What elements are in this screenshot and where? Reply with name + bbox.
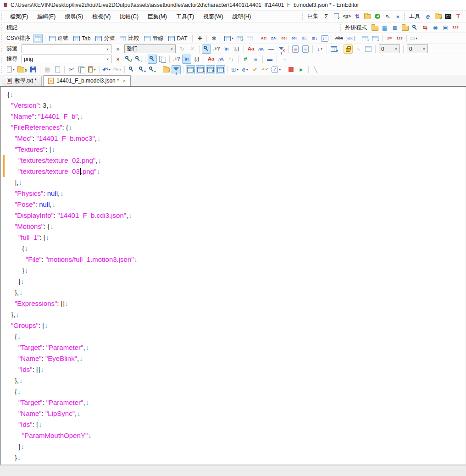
filter-mode-select[interactable]: 整行 ∨	[124, 44, 176, 53]
plugin-projects-icon[interactable]: +	[400, 23, 410, 32]
quick-macros-icon[interactable]: ✔✔	[261, 65, 270, 74]
search-input[interactable]: png ∨	[22, 55, 111, 63]
menu-view[interactable]: 檢視(V)	[88, 11, 115, 22]
plugin-outline-icon[interactable]: ≣	[390, 23, 399, 32]
delete-duplicates-icon[interactable]: Abc	[334, 34, 344, 43]
plugin-webpreview-icon[interactable]: ◉	[431, 23, 440, 32]
cmd-icon[interactable]: C:\	[444, 12, 453, 21]
column-filter-icon[interactable]: ▾	[329, 44, 338, 54]
folder-export-icon[interactable]: ↗	[433, 12, 443, 21]
menu-tools[interactable]: 工具(T)	[172, 11, 199, 22]
menu-help[interactable]: 說明(H)	[228, 11, 256, 22]
extract-columns-icon[interactable]	[364, 44, 373, 54]
tab-model3-json[interactable]: 014401_F_b.model3.json *×	[43, 75, 131, 86]
extract-lines-icon[interactable]: ≡	[251, 55, 260, 64]
incremental-search-icon[interactable]	[148, 55, 157, 64]
zoom-out-icon[interactable]	[127, 65, 136, 74]
menu-window[interactable]: 視窗(W)	[199, 11, 227, 22]
jump-icon[interactable]: →	[279, 55, 288, 64]
macro-select-icon[interactable]: ⇖	[383, 12, 392, 21]
search-regex-icon[interactable]: .+?	[172, 55, 181, 64]
filter-bracket-icon[interactable]: [.]	[232, 44, 241, 54]
combine-columns-icon[interactable]: +	[361, 34, 370, 43]
plugin-markers-icon[interactable]: ⇆	[421, 23, 430, 32]
combo-dropdown-icon[interactable]: ∨	[393, 47, 399, 51]
run-macro-icon[interactable]: ►	[297, 65, 306, 74]
macro-sum-icon[interactable]: Σ	[322, 12, 331, 21]
find-folder-icon[interactable]: ◌	[161, 65, 171, 74]
outline-icon[interactable]: ⊞▾	[230, 65, 239, 74]
sort-asc-icon[interactable]: AZ↓	[260, 34, 269, 43]
csv-pipe-button[interactable]: 管線	[143, 34, 166, 43]
undo-icon[interactable]: ↶▾	[102, 65, 111, 74]
plugin-documents-icon[interactable]: ▣	[441, 23, 450, 32]
plugin-search-icon[interactable]	[411, 23, 420, 32]
find-prev-icon[interactable]: ↺	[123, 55, 133, 64]
quick-macro-icon[interactable]: ✔	[250, 65, 260, 74]
pin-icon[interactable]: ╲	[311, 65, 320, 74]
csv-tab-button[interactable]: Tab	[72, 34, 93, 43]
numbering-icon[interactable]: 1=	[385, 34, 394, 43]
filter-input[interactable]: ∨	[22, 44, 111, 53]
menu-compare[interactable]: 比較(C)	[115, 11, 143, 22]
measure-icon[interactable]: 123	[395, 34, 404, 43]
unfiltered-lines-icon[interactable]: ≡	[301, 44, 310, 54]
hammer-icon[interactable]: T	[454, 12, 463, 21]
ie-icon[interactable]: e	[423, 12, 433, 21]
filter-clear-icon[interactable]: ✕	[188, 44, 197, 54]
lines-below-select[interactable]: 0 ∨	[407, 44, 428, 53]
save-icon[interactable]	[28, 65, 38, 74]
csv-preview-icon[interactable]: ◌	[216, 65, 225, 74]
search-case-icon[interactable]: Aa	[206, 55, 216, 64]
cut-icon[interactable]: ✂	[67, 65, 76, 74]
more-buttons-icon[interactable]: »	[393, 12, 402, 21]
reverse-order-icon[interactable]: ↓↑	[320, 34, 329, 43]
search-more-icon[interactable]: »	[113, 55, 122, 64]
checklist-icon[interactable]: ✓▾	[271, 65, 282, 74]
open-file-icon[interactable]: ↗▾	[17, 65, 28, 74]
filter-regex-icon[interactable]: .+?	[212, 44, 221, 54]
lines-above-select[interactable]: 0 ∨	[379, 44, 400, 53]
csv-semicolon-button[interactable]: 分號	[94, 34, 117, 43]
filter-escape-icon[interactable]: \n	[222, 44, 231, 54]
select-mode-icon[interactable]: ⇖	[354, 44, 363, 54]
paste-icon[interactable]: ▾	[87, 65, 97, 74]
search-word-icon[interactable]: .w.	[216, 55, 226, 64]
filter-more-icon[interactable]: »	[113, 44, 122, 54]
sort-num-asc-icon[interactable]: 09↓	[280, 34, 289, 43]
heading-row-icon[interactable]: ▭▾	[409, 34, 418, 43]
macro-sort-icon[interactable]: ⇅	[353, 12, 362, 21]
filter-word-icon[interactable]: .w.	[256, 44, 266, 54]
tab-tutorial[interactable]: 教學.txt *	[2, 76, 42, 86]
filter-toggle-icon[interactable]	[172, 65, 181, 74]
encoding-icon[interactable]: e▾	[240, 65, 250, 74]
csv-lines-icon[interactable]: ≡	[186, 65, 195, 74]
csv-dat-button[interactable]: DAT	[167, 34, 190, 43]
csv-comma-button[interactable]: 逗號	[48, 34, 71, 43]
search-bracket-icon[interactable]: [.]	[192, 55, 201, 64]
filter-refresh-icon[interactable]: ↻	[178, 44, 187, 54]
combo-dropdown-icon[interactable]: ∨	[421, 47, 427, 51]
filter-match-icon[interactable]	[202, 44, 211, 54]
sort-length-asc-icon[interactable]: ≡↓	[300, 34, 309, 43]
csv-reload-icon[interactable]: ↻	[206, 65, 215, 74]
macro-tag-icon[interactable]: <p>	[342, 12, 352, 21]
copy-icon[interactable]	[77, 65, 86, 74]
menu-search[interactable]: 搜尋(S)	[60, 11, 88, 22]
plugin-numbering-icon[interactable]: 123	[451, 23, 460, 32]
find-in-files-icon[interactable]	[158, 55, 167, 64]
combo-dropdown-icon[interactable]: ∨	[104, 47, 111, 51]
menu-edit[interactable]: 編輯(E)	[33, 11, 60, 22]
redo-icon[interactable]: ↷▾	[112, 65, 122, 74]
count-matches-icon[interactable]: #	[241, 55, 250, 64]
zoom-reset-icon[interactable]: ●	[147, 65, 156, 74]
move-column-icon[interactable]: ✚	[195, 34, 204, 43]
dash-icon[interactable]: —	[266, 44, 276, 54]
sort-length-desc-icon[interactable]: ≣↓	[310, 34, 319, 43]
find-next-icon[interactable]: ↓	[133, 55, 143, 64]
macro-find-icon[interactable]: ◌	[363, 12, 372, 21]
filter-case-icon[interactable]: Aa	[246, 44, 255, 54]
close-tab-icon[interactable]: ×	[123, 78, 126, 83]
select-column-icon[interactable]: ▾	[223, 34, 234, 43]
macro-back-icon[interactable]: ◄	[373, 12, 382, 21]
